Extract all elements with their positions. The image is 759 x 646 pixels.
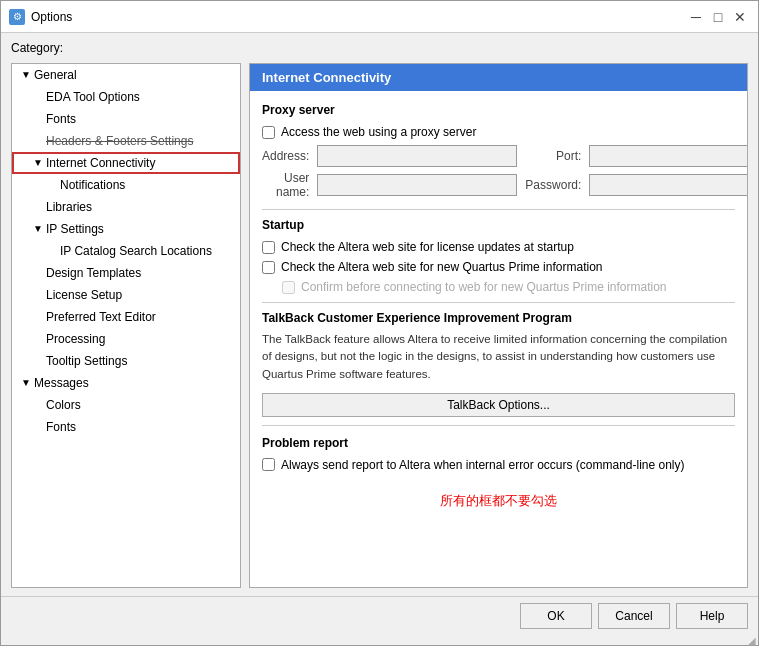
problem-report-section: Problem report Always send report to Alt…: [262, 436, 735, 472]
talkback-description: The TalkBack feature allows Altera to re…: [262, 331, 735, 383]
tree-item-ip-catalog[interactable]: IP Catalog Search Locations: [12, 240, 240, 262]
tree-item-colors[interactable]: Colors: [12, 394, 240, 416]
proxy-section-title: Proxy server: [262, 103, 735, 117]
close-button[interactable]: ✕: [730, 7, 750, 27]
title-bar-left: ⚙ Options: [9, 9, 72, 25]
proxy-form: Address: Port: User name: Password:: [262, 145, 735, 199]
tree-item-design-templates[interactable]: Design Templates: [12, 262, 240, 284]
tree-item-internet-connectivity[interactable]: ▼ Internet Connectivity: [12, 152, 240, 174]
category-label: Category:: [11, 41, 748, 55]
talkback-section: TalkBack Customer Experience Improvement…: [262, 311, 735, 417]
tree-item-license-setup[interactable]: License Setup: [12, 284, 240, 306]
tree-item-notifications[interactable]: Notifications: [12, 174, 240, 196]
tree-item-general[interactable]: ▼ General: [12, 64, 240, 86]
tree-item-eda-tool-options[interactable]: EDA Tool Options: [12, 86, 240, 108]
username-label: User name:: [262, 171, 309, 199]
tree-item-fonts-general[interactable]: Fonts: [12, 108, 240, 130]
toggle-general: ▼: [20, 66, 32, 84]
address-label: Address:: [262, 149, 309, 163]
port-label: Port:: [525, 149, 581, 163]
window-title: Options: [31, 10, 72, 24]
divider-2: [262, 302, 735, 303]
maximize-button[interactable]: □: [708, 7, 728, 27]
notice-text: 所有的框都不要勾选: [262, 492, 735, 510]
ok-button[interactable]: OK: [520, 603, 592, 629]
username-input[interactable]: [317, 174, 517, 196]
startup-section-title: Startup: [262, 218, 735, 232]
proxy-checkbox-row: Access the web using a proxy server: [262, 125, 735, 139]
app-icon: ⚙: [9, 9, 25, 25]
resize-handle: ◢: [1, 635, 758, 645]
tree-item-libraries[interactable]: Libraries: [12, 196, 240, 218]
title-bar: ⚙ Options ─ □ ✕: [1, 1, 758, 33]
problem-report-label: Always send report to Altera when intern…: [281, 458, 685, 472]
startup-checkbox-label-2: Check the Altera web site for new Quartu…: [281, 260, 602, 274]
startup-checkbox-2[interactable]: [262, 261, 275, 274]
talkback-options-button[interactable]: TalkBack Options...: [262, 393, 735, 417]
startup-checkbox-3[interactable]: [282, 281, 295, 294]
startup-checkbox-1[interactable]: [262, 241, 275, 254]
tree-item-ip-settings[interactable]: ▼ IP Settings: [12, 218, 240, 240]
password-input[interactable]: [589, 174, 747, 196]
tree-item-headers-footers[interactable]: Headers & Footers Settings: [12, 130, 240, 152]
options-window: ⚙ Options ─ □ ✕ Category: ▼ General EDA …: [0, 0, 759, 646]
talkback-title: TalkBack Customer Experience Improvement…: [262, 311, 735, 325]
port-input[interactable]: [589, 145, 747, 167]
right-panel: Internet Connectivity Proxy server Acces…: [249, 63, 748, 588]
startup-checkbox-label-1: Check the Altera web site for license up…: [281, 240, 574, 254]
proxy-checkbox-label: Access the web using a proxy server: [281, 125, 476, 139]
problem-report-checkbox[interactable]: [262, 458, 275, 471]
tree-item-messages[interactable]: ▼ Messages: [12, 372, 240, 394]
proxy-checkbox[interactable]: [262, 126, 275, 139]
startup-checkbox-row-1: Check the Altera web site for license up…: [262, 240, 735, 254]
tree-panel: ▼ General EDA Tool Options Fonts Headers…: [11, 63, 241, 588]
panel-body: Proxy server Access the web using a prox…: [250, 91, 747, 587]
startup-checkbox-row-2: Check the Altera web site for new Quartu…: [262, 260, 735, 274]
problem-report-title: Problem report: [262, 436, 735, 450]
password-label: Password:: [525, 178, 581, 192]
startup-checkbox-row-3: Confirm before connecting to web for new…: [262, 280, 735, 294]
divider-1: [262, 209, 735, 210]
divider-3: [262, 425, 735, 426]
main-content: ▼ General EDA Tool Options Fonts Headers…: [11, 63, 748, 588]
cancel-button[interactable]: Cancel: [598, 603, 670, 629]
window-body: Category: ▼ General EDA Tool Options Fon…: [1, 33, 758, 596]
tree-item-preferred-text[interactable]: Preferred Text Editor: [12, 306, 240, 328]
tree-item-tooltip-settings[interactable]: Tooltip Settings: [12, 350, 240, 372]
footer: OK Cancel Help: [1, 596, 758, 635]
window-controls: ─ □ ✕: [686, 7, 750, 27]
panel-header: Internet Connectivity: [250, 64, 747, 91]
tree-item-processing[interactable]: Processing: [12, 328, 240, 350]
minimize-button[interactable]: ─: [686, 7, 706, 27]
tree-item-fonts-messages[interactable]: Fonts: [12, 416, 240, 438]
help-button[interactable]: Help: [676, 603, 748, 629]
address-input[interactable]: [317, 145, 517, 167]
problem-checkbox-row: Always send report to Altera when intern…: [262, 458, 735, 472]
startup-checkbox-label-3: Confirm before connecting to web for new…: [301, 280, 667, 294]
